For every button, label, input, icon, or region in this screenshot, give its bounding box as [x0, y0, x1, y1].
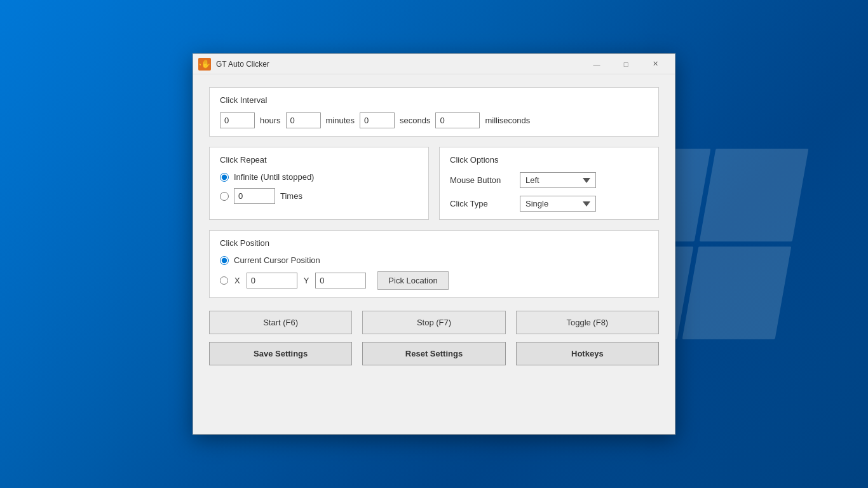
cursor-position-radio-row: Current Cursor Position — [220, 255, 648, 265]
hours-unit-label: hours — [260, 116, 281, 125]
mouse-button-row: Mouse Button Left Right Middle — [450, 172, 648, 188]
minutes-input[interactable] — [286, 112, 321, 128]
seconds-input[interactable] — [360, 112, 395, 128]
click-type-row: Click Type Single Double — [450, 196, 648, 212]
times-input[interactable] — [234, 188, 275, 204]
y-label: Y — [304, 276, 309, 285]
infinite-radio[interactable] — [220, 173, 229, 182]
xy-position-radio[interactable] — [220, 276, 228, 285]
click-options-panel: Click Options Mouse Button Left Right Mi… — [439, 147, 659, 220]
save-settings-button[interactable]: Save Settings — [209, 342, 352, 365]
app-content: Click Interval hours minutes seconds mil… — [193, 74, 675, 434]
action-buttons-row: Start (F6) Stop (F7) Toggle (F8) — [209, 311, 659, 334]
cursor-position-radio[interactable] — [220, 256, 229, 265]
maximize-button[interactable]: □ — [611, 54, 641, 74]
minutes-unit-label: minutes — [326, 116, 355, 125]
milliseconds-input[interactable] — [435, 112, 480, 128]
click-repeat-panel: Click Repeat Infinite (Until stopped) Ti… — [209, 147, 429, 220]
mouse-button-label: Mouse Button — [450, 175, 520, 185]
seconds-unit-label: seconds — [400, 116, 430, 125]
cursor-position-label: Current Cursor Position — [234, 255, 320, 265]
reset-settings-button[interactable]: Reset Settings — [362, 342, 505, 365]
xy-position-row: X Y Pick Location — [220, 271, 648, 290]
click-options-label: Click Options — [450, 155, 648, 165]
pick-location-button[interactable]: Pick Location — [377, 271, 448, 290]
click-repeat-label: Click Repeat — [220, 155, 418, 165]
x-label: X — [234, 276, 240, 285]
x-input[interactable] — [247, 273, 297, 288]
toggle-button[interactable]: Toggle (F8) — [516, 311, 659, 334]
infinite-radio-row: Infinite (Until stopped) — [220, 172, 418, 182]
y-input[interactable] — [315, 273, 366, 288]
infinite-label: Infinite (Until stopped) — [234, 172, 314, 182]
app-window: 👆 ✋ GT Auto Clicker — □ ✕ Click Interval… — [193, 53, 675, 435]
times-label: Times — [280, 191, 302, 201]
interval-row: hours minutes seconds milliseconds — [220, 112, 648, 128]
stop-button[interactable]: Stop (F7) — [362, 311, 505, 334]
start-button[interactable]: Start (F6) — [209, 311, 352, 334]
times-radio-row: Times — [220, 188, 418, 204]
milliseconds-unit-label: milliseconds — [485, 116, 530, 125]
hours-input[interactable] — [220, 112, 255, 128]
times-radio[interactable] — [220, 192, 229, 201]
two-col-section: Click Repeat Infinite (Until stopped) Ti… — [209, 147, 659, 220]
window-controls: — □ ✕ — [582, 54, 670, 74]
minimize-button[interactable]: — — [582, 54, 611, 74]
close-button[interactable]: ✕ — [641, 54, 670, 74]
window-title: GT Auto Clicker — [216, 60, 582, 69]
titlebar: 👆 ✋ GT Auto Clicker — □ ✕ — [193, 54, 675, 74]
click-type-select[interactable]: Single Double — [520, 196, 596, 212]
click-interval-label: Click Interval — [220, 95, 648, 105]
click-position-label: Click Position — [220, 238, 648, 248]
hotkeys-button[interactable]: Hotkeys — [516, 342, 659, 365]
settings-buttons-row: Save Settings Reset Settings Hotkeys — [209, 342, 659, 365]
click-type-label: Click Type — [450, 199, 520, 208]
click-position-panel: Click Position Current Cursor Position X… — [209, 230, 659, 298]
app-icon: 👆 ✋ — [198, 58, 211, 71]
click-interval-panel: Click Interval hours minutes seconds mil… — [209, 87, 659, 137]
mouse-button-select[interactable]: Left Right Middle — [520, 172, 596, 188]
hand-icon: ✋ — [201, 60, 211, 68]
